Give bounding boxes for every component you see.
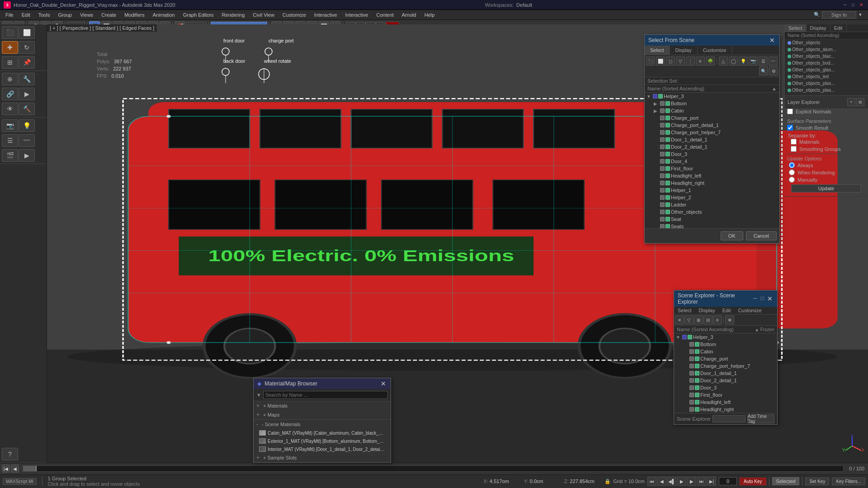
msp-item[interactable]: Other_objects_glas...	[785, 66, 868, 73]
sign-in-btn[interactable]: Sign In	[822, 11, 856, 19]
search-input[interactable]	[263, 391, 388, 399]
sample-slots-section[interactable]: + + Sample Slots	[254, 453, 391, 462]
tree-item[interactable]: Ladder	[645, 201, 779, 208]
sort-icon[interactable]: ▲	[772, 86, 777, 91]
maxscript-btn[interactable]: MAXScript Ml	[3, 478, 37, 485]
scene-none-btn[interactable]: ◻	[666, 56, 675, 66]
se-tool-1[interactable]: ✕	[675, 315, 684, 324]
create-tab-btn[interactable]: ⊕	[2, 73, 18, 85]
menu-modifiers[interactable]: Modifiers	[121, 11, 148, 19]
menu-content[interactable]: Content	[373, 11, 397, 19]
frame-input[interactable]	[719, 477, 737, 485]
tree-item[interactable]: Helper_1	[645, 187, 779, 194]
explicit-normals-checkbox[interactable]	[787, 108, 793, 114]
search-expand-btn[interactable]: ▼	[256, 392, 261, 398]
scale-tool-btn[interactable]: ⊞	[2, 56, 18, 69]
timeline-prev-btn[interactable]: ◀	[11, 465, 19, 473]
smoothing-groups-checkbox[interactable]	[791, 146, 797, 152]
tab-customize[interactable]: Customize	[698, 46, 732, 55]
tab-select[interactable]: Select	[645, 46, 670, 55]
tree-item[interactable]: Door_2_detail_1	[645, 143, 779, 150]
tree-item[interactable]: Charge_port	[645, 114, 779, 122]
tree-item[interactable]: Door_4	[645, 158, 779, 165]
scene-warp-btn[interactable]: 〰	[769, 56, 778, 66]
select-from-scene-header[interactable]: Select From Scene ✕	[645, 35, 779, 46]
scene-option-btn[interactable]: ⋮	[686, 56, 695, 66]
se-menu-edit[interactable]: Edit	[719, 307, 735, 314]
menu-civil-view[interactable]: Civil View	[249, 11, 278, 19]
update-btn[interactable]: Update	[791, 184, 862, 192]
render-setup-btn[interactable]: 🎬	[2, 149, 18, 162]
utilities-tab-btn[interactable]: 🔨	[19, 103, 35, 115]
scene-invert-btn[interactable]: ⬜	[656, 56, 665, 66]
msp-item[interactable]: Other_objects_plas...	[785, 80, 868, 87]
ok-btn[interactable]: OK	[721, 231, 743, 240]
select-from-scene-close[interactable]: ✕	[769, 37, 776, 44]
se-tree-item[interactable]: Door_1_detail_1	[674, 370, 777, 377]
tree-item[interactable]: Headlight_right	[645, 179, 779, 187]
pb-end[interactable]: ▶|	[707, 477, 716, 486]
msp-item[interactable]: Other_objects_alum...	[785, 46, 868, 53]
msp-tab-edit[interactable]: Edit	[830, 24, 847, 32]
menu-create[interactable]: Create	[98, 11, 120, 19]
key-filters-btn[interactable]: Key Filters...	[832, 478, 865, 485]
se-tree-item[interactable]: Bottom	[674, 341, 777, 348]
menu-rendering[interactable]: Rendering	[218, 11, 249, 19]
helper-btn[interactable]: ☰	[2, 134, 18, 147]
tab-display[interactable]: Display	[670, 46, 698, 55]
msp-tab-display[interactable]: Display	[807, 24, 830, 32]
tree-item[interactable]: Helper_2	[645, 194, 779, 201]
minimize-btn[interactable]: ─	[842, 2, 848, 8]
tree-item[interactable]: Other_objects	[645, 208, 779, 216]
scene-explorer-tree[interactable]: ▼ Helper_3 Bottom Cabin Charge_port	[674, 333, 777, 413]
auto-key-btn[interactable]: Auto Key	[740, 478, 766, 485]
manually-radio[interactable]	[789, 177, 795, 183]
pb-prev-frame[interactable]: ⏮	[647, 477, 656, 486]
pb-play[interactable]: ▶	[677, 477, 686, 486]
se-frozen-col-btn[interactable]: ❄	[725, 315, 734, 324]
se-maximize-btn[interactable]: □	[760, 295, 765, 302]
scene-tree[interactable]: ▼ Helper_3 ▶ Bottom ▶ Cabin Charge_port	[645, 93, 779, 228]
msp-item[interactable]: Other_objects_led	[785, 73, 868, 80]
always-radio[interactable]	[789, 162, 795, 168]
scene-explorer-header[interactable]: Scene Explorer - Scene Explorer ─ □ ✕	[674, 291, 777, 307]
msp-item[interactable]: Other_objects_bod...	[785, 60, 868, 66]
le-btn-1[interactable]: +	[847, 98, 855, 106]
scene-explorer-close[interactable]: ✕	[766, 295, 774, 302]
se-tool-2[interactable]: ▽	[684, 315, 693, 324]
se-menu-select[interactable]: Select	[674, 307, 695, 314]
msp-item[interactable]: Other_objects_plas...	[785, 87, 868, 94]
scene-hierarchy-btn[interactable]: 🌳	[706, 56, 715, 66]
se-tree-item[interactable]: ▼ Helper_3	[674, 333, 777, 341]
select-region-btn2[interactable]: ⬜	[19, 26, 35, 39]
tree-item[interactable]: Door_1_detail_1	[645, 136, 779, 143]
tree-item[interactable]: First_floor	[645, 165, 779, 172]
cancel-btn[interactable]: Cancel	[746, 231, 777, 240]
scene-filter-btn[interactable]: ▽	[676, 56, 685, 66]
se-tool-4[interactable]: ⊟	[703, 315, 712, 324]
se-tree-item[interactable]: Headlight_left	[674, 399, 777, 406]
pb-prev-key[interactable]: ◀	[657, 477, 666, 486]
pb-next-frame[interactable]: ⏭	[697, 477, 706, 486]
se-tool-5[interactable]: ≡	[713, 315, 722, 324]
tree-item[interactable]: Headlight_left	[645, 172, 779, 179]
maximize-btn[interactable]: □	[850, 2, 856, 8]
scene-geometry-btn[interactable]: △	[719, 56, 728, 66]
scene-all-btn[interactable]: ⬛	[646, 56, 655, 66]
msp-tree[interactable]: Other_objects Other_objects_alum... Othe…	[785, 39, 868, 94]
maps-section[interactable]: + + Maps	[254, 410, 391, 419]
set-key-btn[interactable]: Set Key	[805, 478, 829, 485]
scene-search-btn[interactable]: 🔍	[759, 66, 768, 75]
se-menu-display[interactable]: Display	[695, 307, 719, 314]
scene-helper-btn2[interactable]: ☰	[759, 56, 768, 66]
msp-item[interactable]: Other_objects	[785, 39, 868, 46]
select-object-btn[interactable]: ⬛	[2, 26, 18, 39]
tree-item[interactable]: Charge_port_helper_7	[645, 129, 779, 136]
pb-next-key[interactable]: ▶	[687, 477, 696, 486]
light-btn[interactable]: 💡	[19, 119, 35, 132]
window-controls[interactable]: ─ □ ✕	[842, 2, 864, 8]
scene-shape-btn[interactable]: ◯	[729, 56, 738, 66]
timeline-track[interactable]	[23, 465, 844, 472]
menu-views[interactable]: Views	[76, 11, 97, 19]
scene-materials-expand[interactable]: - - Scene Materials	[254, 420, 391, 429]
